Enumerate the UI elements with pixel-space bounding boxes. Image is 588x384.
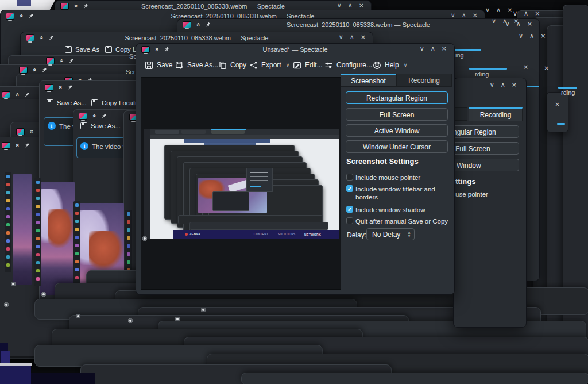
maximize-button[interactable]: ∧	[529, 33, 534, 40]
pin-icon[interactable]	[41, 67, 47, 73]
close-button[interactable]: ×	[544, 62, 551, 69]
save-as-button[interactable]: Save As	[65, 46, 99, 53]
close-button[interactable]: ×	[527, 21, 532, 28]
close-button[interactable]: ×	[507, 7, 512, 14]
window-button[interactable]: Window	[453, 159, 519, 171]
spectacle-main-window[interactable]: « Unsaved* — Spectacle ∨∧× Save Save As.…	[136, 43, 455, 295]
keep-above-icon[interactable]: «	[59, 59, 65, 62]
include-shadow-label[interactable]: Include window shadow	[355, 206, 425, 214]
close-button[interactable]: ×	[540, 33, 546, 40]
pin-icon[interactable]	[24, 143, 30, 148]
pin-icon[interactable]	[83, 3, 88, 9]
titlebar[interactable]: ∨∧×	[454, 78, 526, 89]
minimize-button[interactable]: ∨	[490, 82, 494, 89]
keep-above-icon[interactable]: «	[18, 14, 25, 17]
keep-above-icon[interactable]: «	[195, 22, 202, 26]
rectangular-region-button[interactable]: ngular Region	[453, 125, 519, 138]
keep-above-icon[interactable]: «	[91, 114, 98, 117]
maximize-button[interactable]: ∧	[431, 45, 435, 52]
save-as-button[interactable]: Save As...	[47, 99, 87, 106]
pin-icon[interactable]	[67, 85, 73, 90]
save-button[interactable]: Save	[145, 57, 172, 72]
copy-location-button[interactable]: Copy L	[105, 46, 136, 53]
save-as-button[interactable]: Save As...	[175, 57, 218, 72]
full-screen-button[interactable]: Full Screen	[453, 142, 519, 155]
maximize-button[interactable]: ∧	[350, 34, 354, 41]
close-button[interactable]: ×	[512, 82, 517, 89]
window-controls[interactable]: ∨∧×	[519, 33, 546, 40]
edit-button[interactable]: Edit...	[293, 57, 323, 72]
close-button[interactable]: ×	[361, 34, 366, 41]
spinbox-arrows-icon[interactable]: ∧∨	[408, 232, 411, 237]
minimize-button[interactable]: ∨	[519, 33, 523, 40]
tab-screenshot[interactable]	[453, 107, 467, 121]
titlebar[interactable]: « Screencast_20250110_085338.webm — Spec…	[21, 32, 373, 43]
pin-icon[interactable]	[48, 35, 54, 41]
keep-above-icon[interactable]: «	[29, 129, 35, 133]
video-preview-artwork	[13, 174, 32, 285]
pin-icon[interactable]	[205, 22, 211, 28]
pin-icon[interactable]	[101, 113, 107, 119]
close-button[interactable]: ×	[359, 2, 364, 9]
include-titlebar-checkbox[interactable]: ✓	[346, 185, 353, 192]
quit-after-save-checkbox[interactable]	[346, 217, 353, 224]
pin-icon[interactable]	[68, 58, 74, 64]
maximize-button[interactable]: ∧	[348, 2, 353, 9]
tab-label-fragment: ing	[455, 52, 478, 60]
minimize-button[interactable]: ∨	[492, 18, 496, 25]
copy-button[interactable]: Copy	[218, 57, 246, 72]
include-mouse-pointer-label[interactable]: Include mouse pointer	[355, 174, 420, 182]
minimize-button[interactable]: ∨	[513, 10, 517, 17]
spectacle-icon	[79, 113, 87, 120]
keep-above-icon[interactable]: «	[57, 85, 64, 89]
record-indicator-icon	[201, 308, 206, 312]
app-icon	[36, 221, 40, 224]
rectangular-region-button[interactable]: Rectangular Region	[346, 91, 448, 104]
keep-above-icon[interactable]: «	[32, 68, 38, 71]
full-screen-button[interactable]: Full Screen	[346, 108, 448, 121]
include-mouse-pointer-checkbox[interactable]	[346, 174, 353, 181]
minimize-button[interactable]: ∨	[485, 7, 490, 14]
delay-spinbox[interactable]: No Delay ∧∨	[366, 228, 415, 240]
close-button[interactable]: ×	[523, 61, 530, 68]
keep-above-icon[interactable]: «	[38, 36, 45, 39]
minimize-button[interactable]: ∨	[337, 2, 342, 9]
spectacle-recording-window[interactable]: ∨∧× Recording ngular Region Full Screen …	[453, 78, 527, 328]
keep-above-icon[interactable]: «	[14, 93, 21, 96]
keep-above-icon[interactable]: «	[14, 143, 21, 147]
maximize-button[interactable]: ∧	[524, 10, 528, 17]
close-button[interactable]: ×	[555, 98, 562, 105]
keep-above-icon[interactable]: «	[73, 4, 79, 7]
tab-screenshot[interactable]: Screenshot	[341, 74, 396, 87]
export-button[interactable]: Export∨	[249, 57, 289, 72]
window-controls[interactable]: ∨∧×	[492, 18, 519, 25]
help-button[interactable]: Help∨	[373, 57, 407, 72]
configure-button[interactable]: Configure...	[324, 57, 372, 72]
include-shadow-checkbox[interactable]: ✓	[346, 206, 353, 213]
close-button[interactable]: ×	[513, 18, 519, 25]
maximize-button[interactable]: ∧	[502, 18, 507, 25]
minimize-button[interactable]: ∨	[339, 34, 343, 41]
background-window[interactable]	[241, 373, 588, 384]
save-as-button[interactable]: Save As...	[80, 122, 121, 129]
pin-icon[interactable]	[28, 13, 34, 19]
window-controls[interactable]: ∨∧×	[485, 7, 512, 14]
titlebar[interactable]: « Unsaved* — Spectacle ∨∧×	[136, 44, 454, 55]
keep-above-icon[interactable]: «	[154, 47, 160, 51]
window-under-cursor-button[interactable]: Window Under Cursor	[346, 140, 448, 153]
titlebar[interactable]: « Screencast_20250110_085338.webm — Spec…	[177, 19, 539, 30]
pin-icon[interactable]	[164, 47, 169, 52]
maximize-button[interactable]: ∧	[501, 82, 505, 89]
include-titlebar-label[interactable]: Include window titlebar and borders	[355, 185, 439, 202]
close-button[interactable]: ×	[535, 10, 540, 17]
maximize-button[interactable]: ∧	[496, 7, 501, 14]
window-controls[interactable]: ∨∧×	[513, 10, 540, 17]
pin-icon[interactable]	[24, 92, 30, 98]
quit-after-save-label[interactable]: Quit after manual Save or Copy	[355, 217, 448, 225]
checkbox-label[interactable]: use pointer	[455, 190, 488, 198]
tab-recording[interactable]: Recording	[469, 107, 523, 121]
tab-recording[interactable]: Recording	[396, 74, 452, 87]
minimize-button[interactable]: ∨	[420, 45, 424, 52]
close-button[interactable]: ×	[442, 45, 447, 52]
active-window-button[interactable]: Active Window	[346, 124, 448, 137]
